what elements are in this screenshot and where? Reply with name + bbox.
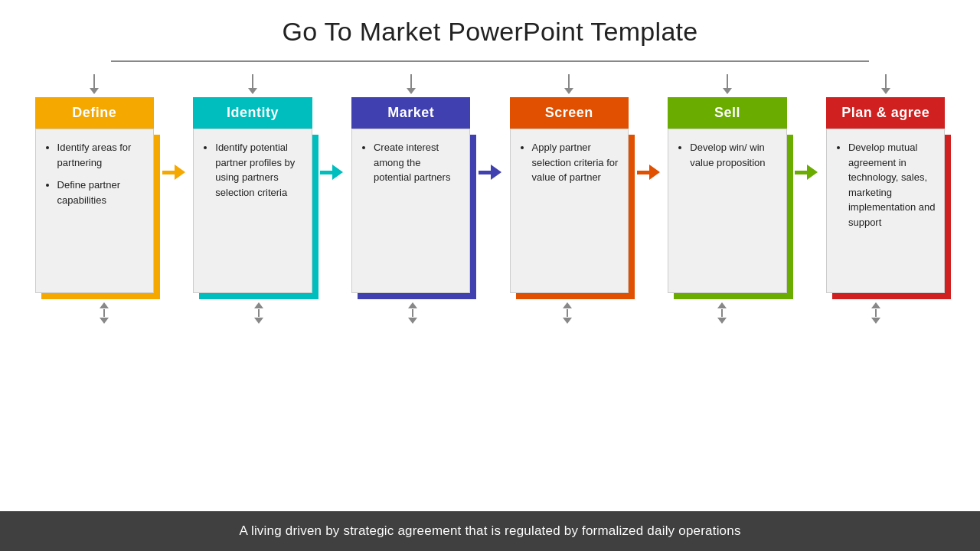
double-arrow-planagree [871,302,880,324]
inter-arrow-sell [795,74,818,180]
page-title: Go To Market PowerPoint Template [282,17,697,47]
top-arrowhead-planagree [881,88,890,94]
card-main-sell: Develop win/ win value proposition [668,129,786,293]
col-define: DefineIdentify areas for partneringDefin… [27,74,162,293]
h-arrow-line-identity [320,171,332,174]
bottom-arrow-col-sell [645,302,799,324]
inter-arrow-market [479,74,501,180]
col-sell: SellDevelop win/ win value proposition [660,74,795,293]
header-identity: Identity [193,97,312,129]
footer-text: A living driven by strategic agreement t… [239,523,740,538]
col-screen: ScreenApply partner selection criteria f… [501,74,637,293]
card-list-planagree: Develop mutual agreement in technology, … [835,140,935,230]
card-container-planagree: Develop mutual agreement in technology, … [826,129,945,293]
top-arrow-define [90,74,99,97]
top-line-identity [252,74,253,88]
double-arrow-market [408,302,417,324]
h-arrow-head-define [175,165,185,180]
top-line-planagree [885,74,887,88]
top-arrowhead-identity [248,88,257,94]
darrow-down-planagree [871,318,880,324]
card-item-sell: Develop win/ win value proposition [690,140,776,170]
card-item-identity: Identify potential partner profiles by u… [215,140,302,200]
darrow-up-define [100,302,109,308]
h-arrow-line-define [162,171,175,174]
card-list-define: Identify areas for partneringDefine part… [44,140,144,207]
col-planagree: Plan & agreeDevelop mutual agreement in … [818,74,953,293]
double-arrow-define [100,302,109,324]
top-arrow-planagree [881,74,890,97]
card-main-screen: Apply partner selection criteria for val… [510,129,629,293]
card-main-identity: Identify potential partner profiles by u… [193,129,312,293]
page: Go To Market PowerPoint Template DefineI… [0,0,980,551]
darrow-up-market [408,302,417,308]
card-container-identity: Identify potential partner profiles by u… [193,129,312,293]
header-screen: Screen [510,97,629,129]
top-arrow-screen [564,74,573,97]
bottom-arrows-row [27,302,953,324]
bottom-arrow-col-identity [181,302,336,324]
darrow-vline-planagree [875,309,877,317]
card-list-sell: Develop win/ win value proposition [676,140,776,170]
card-item-market: Create interest among the potential part… [374,140,460,185]
darrow-vline-market [412,309,413,317]
columns-area: DefineIdentify areas for partneringDefin… [27,74,953,293]
header-define: Define [35,97,154,129]
card-item-define: Define partner capabilities [57,178,144,207]
inter-arrow-define [162,74,185,180]
darrow-up-sell [717,302,727,308]
h-arrow-head-screen [649,165,660,180]
card-container-market: Create interest among the potential part… [351,129,470,293]
bottom-arrow-col-planagree [799,302,953,324]
darrow-vline-screen [567,309,568,317]
card-list-screen: Apply partner selection criteria for val… [518,140,619,185]
darrow-down-identity [254,318,263,324]
card-item-screen: Apply partner selection criteria for val… [532,140,619,185]
bottom-arrow-col-screen [490,302,645,324]
col-identity: IdentityIdentify potential partner profi… [185,74,321,293]
darrow-down-market [408,318,417,324]
darrow-up-identity [254,302,263,308]
top-arrowhead-screen [564,88,573,94]
darrow-vline-sell [721,309,723,317]
darrow-up-screen [563,302,572,308]
card-item-planagree: Develop mutual agreement in technology, … [848,140,935,230]
top-line-market [410,74,412,88]
h-arrow-line-market [479,171,491,174]
double-arrow-screen [563,302,572,324]
darrow-vline-identity [258,309,260,317]
card-list-identity: Identify potential partner profiles by u… [201,140,302,200]
double-arrow-sell [717,302,727,324]
darrow-down-sell [717,318,727,324]
bottom-arrow-col-define [27,302,181,324]
header-planagree: Plan & agree [826,97,945,129]
top-arrowhead-market [407,88,416,94]
card-container-sell: Develop win/ win value proposition [668,129,786,293]
darrow-up-planagree [871,302,880,308]
h-arrow-head-sell [807,165,818,180]
top-line-sell [727,74,728,88]
inter-arrow-identity [320,74,343,180]
card-main-planagree: Develop mutual agreement in technology, … [826,129,945,293]
top-arrow-market [407,74,416,97]
inter-arrow-screen [637,74,660,180]
bottom-arrow-col-market [335,302,490,324]
col-market: MarketCreate interest among the potentia… [343,74,479,293]
card-list-market: Create interest among the potential part… [360,140,460,185]
card-main-define: Identify areas for partneringDefine part… [35,129,154,293]
top-connector [38,60,942,74]
top-arrow-identity [248,74,257,97]
card-container-define: Identify areas for partneringDefine part… [35,129,154,293]
card-main-market: Create interest among the potential part… [351,129,470,293]
top-line-define [93,74,95,88]
header-market: Market [351,97,470,129]
top-arrowhead-sell [723,88,732,94]
card-container-screen: Apply partner selection criteria for val… [510,129,629,293]
h-arrow-head-market [491,165,501,180]
top-arrowhead-define [90,88,99,94]
top-arrow-sell [723,74,732,97]
darrow-down-define [100,318,109,324]
card-item-define: Identify areas for partnering [57,140,144,170]
h-arrow-line-screen [637,171,649,174]
h-arrow-head-identity [332,165,343,180]
